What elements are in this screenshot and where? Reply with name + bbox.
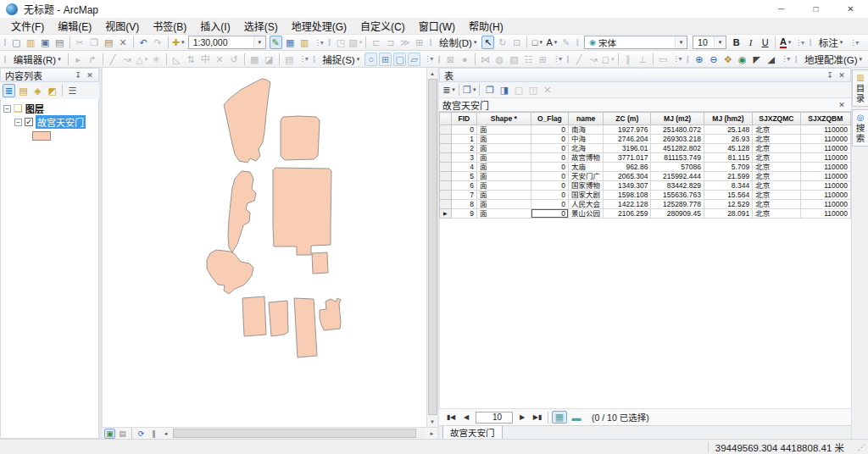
cell[interactable]: 0 (531, 135, 568, 144)
zoom-to-selected-button[interactable]: ◫ (526, 83, 539, 97)
cell[interactable]: 面 (477, 153, 531, 163)
pause-drawing-button[interactable]: ∥ (148, 429, 159, 439)
column-header-MJ-hm2-[interactable]: MJ (hm2) (704, 113, 752, 125)
menu-edit[interactable]: 编辑(E) (51, 18, 98, 35)
cell[interactable]: 面 (477, 125, 531, 135)
column-header-FID[interactable]: FID (451, 113, 476, 125)
toolbar-grip[interactable]: ⁞ (429, 37, 432, 47)
cell[interactable]: 北京 (753, 144, 800, 153)
cell[interactable]: 811153.749 (651, 153, 704, 163)
topology-tool-1[interactable]: ⊏ (370, 36, 382, 49)
cell[interactable]: 2106.259 (604, 209, 651, 219)
cell[interactable]: 21.599 (704, 172, 752, 181)
cell[interactable]: 1 (451, 135, 476, 144)
next-record-button[interactable]: ▶ (515, 412, 529, 424)
collapse-icon[interactable]: − (14, 119, 22, 126)
switch-selection-button[interactable]: ◨ (498, 83, 510, 97)
font-color-button[interactable]: A▾ (779, 36, 792, 49)
map-polygon-taimiao[interactable] (312, 252, 328, 274)
list-by-visibility-button[interactable]: ◈ (31, 84, 44, 97)
cell[interactable]: 0 (531, 191, 568, 200)
row-selector[interactable]: ▶ (440, 209, 452, 219)
cell[interactable]: 北京 (753, 172, 800, 181)
toc-root-label[interactable]: 图层 (25, 102, 44, 115)
menu-bookmarks[interactable]: 书签(B) (146, 18, 193, 35)
draw-menu-button[interactable]: 绘制(D)▾ (435, 35, 481, 50)
cell[interactable]: 280909.45 (651, 209, 704, 219)
editor-menu-button[interactable]: 编辑器(R)▾ (9, 52, 65, 67)
cell[interactable]: 2065.304 (604, 172, 651, 181)
scroll-right-button[interactable]: ► (426, 429, 437, 439)
labeling-menu-button[interactable]: 标注▾ (815, 35, 848, 50)
cell[interactable]: 83442.829 (651, 181, 704, 191)
cell[interactable]: 1927.976 (604, 125, 651, 135)
toc-layer-row[interactable]: − ✓ 故宫天安门 (1, 115, 98, 129)
cell[interactable]: 北京 (753, 200, 800, 209)
toolbar-grip[interactable]: ⁞ (794, 54, 798, 64)
cell[interactable]: 81.115 (704, 153, 752, 163)
split-tool[interactable]: ⇅ (185, 53, 198, 66)
cell[interactable]: 北京 (753, 135, 800, 144)
scroll-down-button[interactable]: ▼ (427, 416, 438, 427)
buffer-sketch-tool[interactable]: ▭ (657, 53, 670, 66)
map-scale-combo[interactable]: 1:30,000▾ (188, 36, 266, 49)
map-horizontal-scrollbar[interactable] (172, 429, 426, 439)
zoom-in-tool[interactable]: ⊕ (693, 53, 705, 66)
cell[interactable]: 110000 (800, 153, 850, 163)
row-selector[interactable] (440, 172, 452, 181)
cell[interactable]: 0 (531, 144, 568, 153)
straight-segment-tool[interactable]: ╱ (107, 53, 120, 66)
cut-button[interactable]: ✂ (74, 36, 86, 49)
cell[interactable]: 0 (531, 153, 568, 163)
row-selector[interactable] (440, 125, 452, 135)
map-topology-button[interactable]: ▧▾ (348, 36, 362, 49)
point-snapping-toggle[interactable]: ○ (364, 53, 377, 66)
cell[interactable]: 0 (531, 172, 568, 181)
map-polygon-beihai[interactable] (224, 79, 270, 163)
data-view-button[interactable]: ▣ (104, 429, 115, 439)
scroll-left-button[interactable]: ◄ (160, 429, 171, 439)
cell[interactable]: 0 (451, 125, 476, 135)
menu-selection[interactable]: 选择(S) (237, 18, 285, 35)
fixed-zoom-in-button[interactable]: ◤ (750, 53, 763, 66)
add-data-button[interactable]: ✚▾ (172, 36, 185, 49)
midpoint-tool[interactable]: 中 (199, 53, 212, 66)
cell[interactable]: 面 (477, 163, 531, 172)
topology-tool-2[interactable]: ⊐ (384, 36, 397, 49)
cell[interactable]: 面 (477, 200, 531, 209)
underline-button[interactable]: U (759, 36, 771, 49)
cell[interactable]: 6 (451, 181, 476, 191)
cell[interactable]: 北京 (753, 163, 800, 172)
cell[interactable]: 5.709 (704, 163, 752, 172)
adjustment-preview-tool[interactable]: ● (459, 53, 471, 66)
editor-sketch-toggle[interactable]: ✎ (270, 36, 282, 49)
map-polygon-nanhai[interactable] (207, 250, 253, 294)
cut-polygons-tool[interactable]: ✕ (214, 53, 226, 66)
cell[interactable]: 9 (451, 209, 476, 219)
vertical-scrollbar-thumb[interactable] (428, 79, 437, 415)
menu-help[interactable]: 帮助(H) (462, 18, 510, 35)
toolbar-grip[interactable]: ⁞ (566, 54, 570, 64)
cogo-line-tool[interactable]: ╱ (573, 53, 586, 66)
cell[interactable]: 面 (477, 191, 531, 200)
cell[interactable]: 110000 (800, 135, 850, 144)
cell[interactable]: 太庙 (569, 163, 604, 172)
map-polygon-jingshan-park[interactable] (281, 116, 320, 160)
column-header-Shape-[interactable]: Shape * (477, 113, 531, 125)
cell[interactable]: 1349.307 (604, 181, 651, 191)
sketch-properties-button[interactable]: ◪ (263, 53, 275, 66)
cell[interactable]: 面 (477, 172, 531, 181)
maximize-button[interactable]: □ (798, 0, 833, 19)
cell[interactable]: 国家大剧 (569, 191, 604, 200)
cell[interactable]: 110000 (800, 191, 850, 200)
cad-transform-tool-1[interactable]: ⋈ (479, 53, 492, 66)
toolbar-grip[interactable]: ⁞ (313, 54, 316, 64)
toolbar-grip[interactable]: ⁞ (687, 54, 690, 64)
vertex-snapping-toggle[interactable]: ▢ (393, 53, 406, 66)
topology-tool-4[interactable]: ⊞ (413, 36, 426, 49)
map-polygon-zhonghai[interactable] (228, 171, 256, 252)
fixed-zoom-out-button[interactable]: ◢ (765, 53, 777, 66)
column-header-MJ-m2-[interactable]: MJ (m2) (651, 113, 704, 125)
snapping-menu-button[interactable]: 捕捉(S)▾ (318, 52, 364, 67)
horizontal-scrollbar-thumb[interactable] (173, 429, 416, 438)
